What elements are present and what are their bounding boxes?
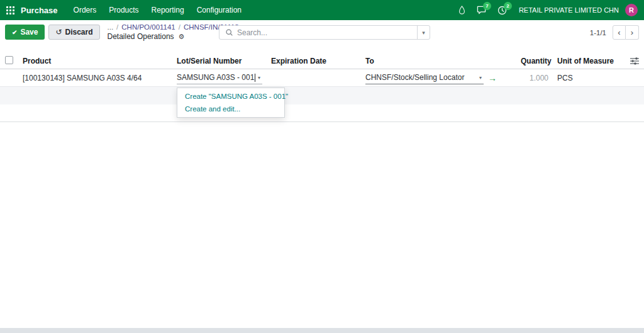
pager-counter: 1-1/1	[590, 29, 606, 37]
empty-row	[0, 104, 644, 122]
app-name[interactable]: Purchase	[21, 6, 58, 15]
to-location-field: CHNSF/Stock/Selling Locator ▾ →	[365, 72, 521, 84]
uom-cell: PCS	[553, 74, 625, 82]
lot-serial-value: SAMSUNG A03S - 001	[177, 73, 254, 82]
autocomplete-create-option[interactable]: Create "SAMSUNG A03S - 001"	[177, 90, 284, 103]
product-cell[interactable]: [100130143] SAMSUNG A03S 4/64	[18, 74, 172, 82]
search-input[interactable]	[237, 28, 417, 37]
breadcrumb-purchase-order[interactable]: CHN/PO/001141	[113, 23, 175, 31]
check-icon: ✔	[12, 29, 17, 36]
menu-orders[interactable]: Orders	[68, 3, 103, 17]
list-header-row: Product Lot/Serial Number Expiration Dat…	[0, 54, 644, 69]
app-window: Purchase Orders Products Reporting Confi…	[0, 0, 644, 333]
empty-row	[0, 87, 644, 104]
page-title: Detailed Operations	[108, 32, 174, 42]
pager-previous-button[interactable]: ‹	[613, 25, 626, 40]
gear-icon[interactable]: ⚙	[179, 32, 185, 41]
messages-badge: 7	[483, 2, 491, 10]
lot-serial-input[interactable]: SAMSUNG A03S - 001 ▾	[177, 72, 262, 84]
messages-icon[interactable]: 7	[471, 6, 492, 14]
header-to[interactable]: To	[360, 57, 521, 65]
internal-link-arrow-icon[interactable]: →	[488, 73, 497, 83]
systray: 7 2 RETAIL PRIVATE LIMITED CHN R	[453, 4, 638, 16]
search-box: ▾	[219, 25, 430, 40]
discard-button[interactable]: ↺ Discard	[48, 25, 99, 40]
breadcrumb-ellipsis[interactable]: ...	[108, 23, 114, 31]
header-lot-serial[interactable]: Lot/Serial Number	[172, 57, 266, 65]
search-filters-caret-icon[interactable]: ▾	[417, 26, 430, 39]
autocomplete-create-edit-option[interactable]: Create and edit...	[177, 103, 284, 115]
pager-next-button[interactable]: ›	[626, 25, 639, 40]
header-expiration-date[interactable]: Expiration Date	[266, 57, 360, 65]
discard-button-label: Discard	[65, 28, 92, 37]
droplet-icon[interactable]	[453, 6, 471, 14]
lot-caret-down-icon[interactable]: ▾	[256, 75, 262, 81]
window-bottom-edge	[0, 328, 644, 333]
to-location-input[interactable]: CHNSF/Stock/Selling Locator ▾	[365, 72, 484, 84]
pager: 1-1/1 ‹ ›	[590, 25, 639, 40]
menu-configuration[interactable]: Configuration	[191, 3, 247, 17]
top-navbar: Purchase Orders Products Reporting Confi…	[0, 0, 644, 20]
company-switcher[interactable]: RETAIL PRIVATE LIMITED CHN	[519, 6, 619, 14]
menu-products[interactable]: Products	[103, 3, 144, 17]
save-button-label: Save	[20, 28, 38, 37]
user-avatar[interactable]: R	[625, 4, 638, 16]
to-location-value: CHNSF/Stock/Selling Locator	[365, 73, 464, 82]
undo-icon: ↺	[55, 28, 62, 37]
to-caret-down-icon[interactable]: ▾	[477, 75, 484, 81]
menu-reporting[interactable]: Reporting	[146, 3, 190, 17]
activities-badge: 2	[504, 2, 512, 10]
header-quantity[interactable]: Quantity	[521, 57, 553, 65]
column-options-icon[interactable]	[625, 57, 644, 65]
search-icon	[225, 28, 233, 37]
save-button[interactable]: ✔ Save	[5, 25, 45, 40]
apps-menu-icon[interactable]	[6, 6, 14, 14]
header-unit-of-measure[interactable]: Unit of Measure	[553, 57, 625, 65]
select-all-checkbox[interactable]	[5, 56, 13, 64]
table-row: [100130143] SAMSUNG A03S 4/64 SAMSUNG A0…	[0, 69, 644, 87]
detailed-operations-list: Product Lot/Serial Number Expiration Dat…	[0, 54, 644, 122]
autocomplete-dropdown: Create "SAMSUNG A03S - 001" Create and e…	[177, 87, 285, 118]
control-panel: ✔ Save ↺ Discard ...CHN/PO/001141CHNSF/I…	[0, 20, 644, 44]
quantity-cell: 1.000	[521, 74, 553, 82]
main-menu: Orders Products Reporting Configuration	[68, 3, 247, 17]
header-product[interactable]: Product	[18, 57, 172, 65]
activities-clock-icon[interactable]: 2	[492, 6, 513, 15]
